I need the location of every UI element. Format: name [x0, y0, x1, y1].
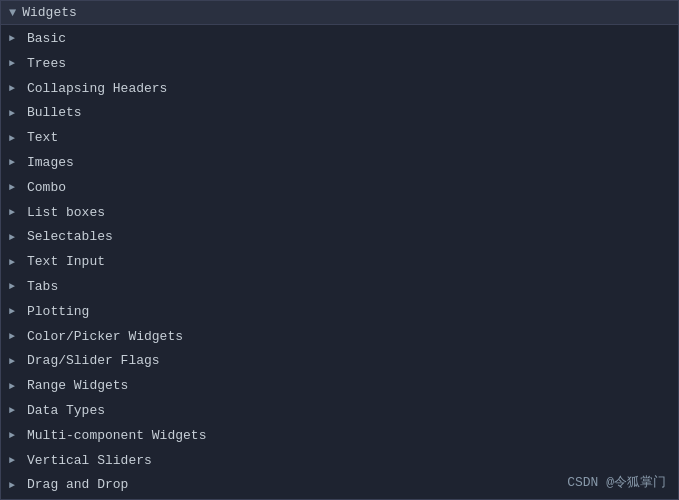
title-label: Widgets — [22, 5, 77, 20]
basic-arrow-icon: ► — [9, 31, 21, 47]
menu-item-data-types[interactable]: ►Data Types — [1, 399, 678, 424]
menu-item-multi-component-widgets[interactable]: ►Multi-component Widgets — [1, 424, 678, 449]
text-arrow-icon: ► — [9, 131, 21, 147]
drag-and-drop-arrow-icon: ► — [9, 478, 21, 494]
collapsing-headers-arrow-icon: ► — [9, 81, 21, 97]
menu-item-bullets[interactable]: ►Bullets — [1, 101, 678, 126]
bullets-label: Bullets — [27, 103, 82, 124]
menu-item-collapsing-headers[interactable]: ►Collapsing Headers — [1, 77, 678, 102]
menu-item-basic[interactable]: ►Basic — [1, 27, 678, 52]
text-label: Text — [27, 128, 58, 149]
color-picker-widgets-label: Color/Picker Widgets — [27, 327, 183, 348]
menu-item-text-input[interactable]: ►Text Input — [1, 250, 678, 275]
text-input-label: Text Input — [27, 252, 105, 273]
list-boxes-arrow-icon: ► — [9, 205, 21, 221]
vertical-sliders-label: Vertical Sliders — [27, 451, 152, 472]
drag-slider-flags-label: Drag/Slider Flags — [27, 351, 160, 372]
color-picker-widgets-arrow-icon: ► — [9, 329, 21, 345]
images-arrow-icon: ► — [9, 155, 21, 171]
trees-label: Trees — [27, 54, 66, 75]
trees-arrow-icon: ► — [9, 56, 21, 72]
vertical-sliders-arrow-icon: ► — [9, 453, 21, 469]
text-input-arrow-icon: ► — [9, 255, 21, 271]
menu-item-selectables[interactable]: ►Selectables — [1, 225, 678, 250]
selectables-arrow-icon: ► — [9, 230, 21, 246]
menu-item-drag-slider-flags[interactable]: ►Drag/Slider Flags — [1, 349, 678, 374]
data-types-arrow-icon: ► — [9, 403, 21, 419]
list-boxes-label: List boxes — [27, 203, 105, 224]
watermark: CSDN @令狐掌门 — [567, 473, 666, 491]
widget-list: ►Basic►Trees►Collapsing Headers►Bullets►… — [1, 25, 678, 500]
menu-item-images[interactable]: ►Images — [1, 151, 678, 176]
menu-item-range-widgets[interactable]: ►Range Widgets — [1, 374, 678, 399]
menu-item-text[interactable]: ►Text — [1, 126, 678, 151]
combo-arrow-icon: ► — [9, 180, 21, 196]
plotting-arrow-icon: ► — [9, 304, 21, 320]
data-types-label: Data Types — [27, 401, 105, 422]
selectables-label: Selectables — [27, 227, 113, 248]
range-widgets-arrow-icon: ► — [9, 379, 21, 395]
title-arrow-icon: ▼ — [9, 6, 16, 20]
multi-component-widgets-arrow-icon: ► — [9, 428, 21, 444]
menu-item-list-boxes[interactable]: ►List boxes — [1, 201, 678, 226]
menu-item-trees[interactable]: ►Trees — [1, 52, 678, 77]
main-window: ▼ Widgets ►Basic►Trees►Collapsing Header… — [0, 0, 679, 500]
menu-item-plotting[interactable]: ►Plotting — [1, 300, 678, 325]
plotting-label: Plotting — [27, 302, 89, 323]
drag-and-drop-label: Drag and Drop — [27, 475, 128, 496]
tabs-label: Tabs — [27, 277, 58, 298]
combo-label: Combo — [27, 178, 66, 199]
drag-slider-flags-arrow-icon: ► — [9, 354, 21, 370]
images-label: Images — [27, 153, 74, 174]
basic-label: Basic — [27, 29, 66, 50]
menu-item-tabs[interactable]: ►Tabs — [1, 275, 678, 300]
menu-item-vertical-sliders[interactable]: ►Vertical Sliders — [1, 449, 678, 474]
range-widgets-label: Range Widgets — [27, 376, 128, 397]
collapsing-headers-label: Collapsing Headers — [27, 79, 167, 100]
menu-item-combo[interactable]: ►Combo — [1, 176, 678, 201]
multi-component-widgets-label: Multi-component Widgets — [27, 426, 206, 447]
bullets-arrow-icon: ► — [9, 106, 21, 122]
menu-item-color-picker-widgets[interactable]: ►Color/Picker Widgets — [1, 325, 678, 350]
title-bar: ▼ Widgets — [1, 1, 678, 25]
tabs-arrow-icon: ► — [9, 279, 21, 295]
